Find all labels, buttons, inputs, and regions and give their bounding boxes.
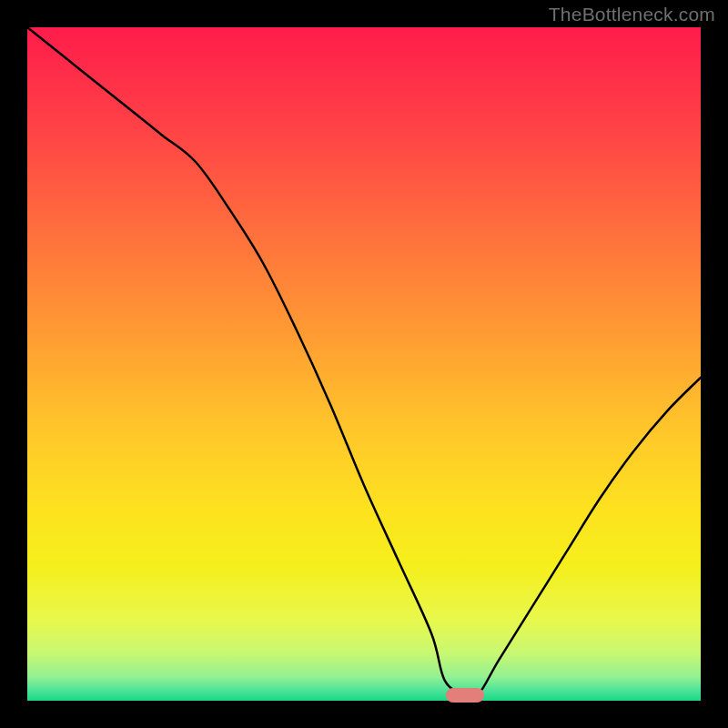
plot-background — [27, 27, 701, 701]
chart-frame: TheBottleneck.com — [0, 0, 728, 728]
bottleneck-marker — [446, 688, 484, 703]
watermark-text: TheBottleneck.com — [549, 4, 715, 25]
chart-svg — [0, 0, 728, 728]
